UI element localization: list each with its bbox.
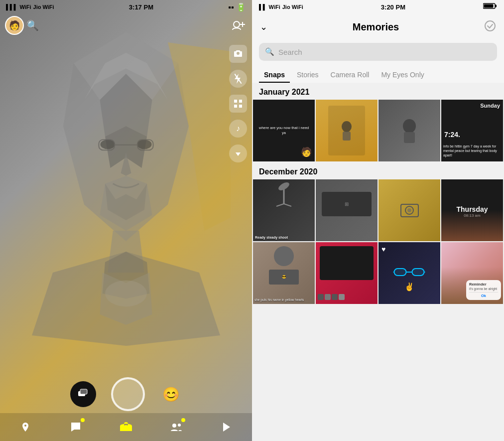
memories-content: January 2021 where are you now that i ne… <box>252 83 504 441</box>
friends-nav-button[interactable] <box>165 416 187 438</box>
battery-area-left: ▪▪ 🔋 <box>228 2 246 12</box>
camera-right-controls: ♪ <box>229 45 247 162</box>
search-bar[interactable]: 🔍 Search <box>259 43 497 61</box>
svg-rect-48 <box>394 269 406 276</box>
svg-rect-28 <box>80 389 87 394</box>
battery-icon-left: ▪▪ 🔋 <box>228 2 246 12</box>
friends-badge <box>181 418 185 422</box>
svg-point-30 <box>172 424 176 428</box>
signal-bars-right: ▌▌ <box>259 4 267 10</box>
svg-line-43 <box>284 204 291 206</box>
tab-my-eyes-only[interactable]: My Eyes Only <box>376 68 429 83</box>
svg-rect-40 <box>404 132 415 143</box>
camera-nav-button[interactable] <box>115 416 137 438</box>
reminder-ok-button[interactable]: Ok <box>469 292 498 298</box>
photo-emoji-sticker: 🧑 <box>301 147 312 157</box>
svg-point-39 <box>403 119 416 133</box>
svg-point-37 <box>342 121 352 132</box>
photo-item[interactable] <box>316 242 378 304</box>
memories-tabs: Snaps Stories Camera Roll My Eyes Only <box>252 64 504 83</box>
photo-item[interactable] <box>378 179 440 241</box>
photo-caption: Ready steady shoot <box>255 236 288 239</box>
back-chevron-button[interactable]: ⌄ <box>260 21 267 32</box>
camera-top-controls: 🧑 🔍 <box>5 16 247 35</box>
photo-caption-top: Sunday <box>480 103 500 109</box>
svg-rect-49 <box>412 269 424 276</box>
svg-rect-23 <box>234 100 237 103</box>
reminder-title: Reminder <box>469 282 498 287</box>
memories-title: Memories <box>353 21 399 33</box>
month-section-january-2021: January 2021 where are you now that i ne… <box>252 83 504 161</box>
svg-point-31 <box>178 424 181 427</box>
photo-grid-january: where are you now that i need ya 🧑 <box>252 100 504 161</box>
music-button[interactable]: ♪ <box>229 120 247 138</box>
status-bar-right: ▌▌ WiFi Jio WiFi 3:20 PM <box>252 0 504 14</box>
more-options-button[interactable] <box>229 145 247 162</box>
grid-button[interactable] <box>229 95 247 113</box>
photo-item[interactable]: ♥ ✌️ <box>378 242 440 304</box>
photo-grid-december: Ready steady shoot Saturday ⊞ <box>252 179 504 304</box>
photo-item[interactable] <box>378 100 440 161</box>
tab-camera-roll[interactable]: Camera Roll <box>326 68 375 83</box>
right-panel: ▌▌ WiFi Jio WiFi 3:20 PM ⌄ Memories 🔍 Se… <box>252 0 504 441</box>
chat-nav-button[interactable] <box>65 416 87 438</box>
reminder-bubble: Reminder it's gonna be alright Ok <box>466 280 501 300</box>
photo-item[interactable] <box>316 100 378 161</box>
status-bar-left: ▌▌▌ WiFi Jio WiFi 3:17 PM ▪▪ 🔋 <box>0 0 252 14</box>
photo-item[interactable]: where are you now that i need ya 🧑 <box>253 100 315 161</box>
svg-rect-25 <box>234 105 237 108</box>
svg-line-42 <box>276 204 284 206</box>
svg-rect-24 <box>239 100 242 103</box>
svg-point-36 <box>485 21 495 31</box>
reminder-text: it's gonna be alright <box>469 287 498 291</box>
select-button[interactable] <box>484 20 496 34</box>
search-icon-right: 🔍 <box>265 47 274 56</box>
photo-item[interactable]: Sunday info be hittin gym 7 day a week f… <box>441 100 503 161</box>
photo-caption: she puts his name in yellow hearts <box>254 298 313 302</box>
chat-badge <box>81 418 85 422</box>
emoji-button[interactable]: 😊 <box>160 383 182 405</box>
svg-point-19 <box>234 21 240 27</box>
photo-item[interactable]: Saturday ⊞ <box>316 179 378 241</box>
svg-rect-26 <box>239 105 242 108</box>
month-label-december: December 2020 <box>252 162 504 179</box>
music-icon: ♪ <box>236 124 240 133</box>
bottom-nav-left <box>0 413 252 441</box>
heart-icon: ♥ <box>381 245 385 253</box>
wifi-icon-left: WiFi <box>19 4 31 10</box>
svg-point-47 <box>407 208 411 212</box>
signal-bars-left: ▌▌▌ <box>6 4 17 10</box>
time-left: 3:17 PM <box>54 3 229 11</box>
photo-item[interactable]: Reminder it's gonna be alright Ok <box>441 242 503 304</box>
stories-nav-button[interactable] <box>216 416 238 438</box>
photo-caption: where are you now that i need ya <box>257 126 311 136</box>
svg-point-29 <box>124 425 128 429</box>
photo-item[interactable]: Thursday 08:13 am <box>441 179 503 241</box>
carrier-name-left: Jio WiFi <box>33 4 54 10</box>
ar-filter-face <box>21 20 231 379</box>
photo-caption-bottom: info be hittin gym 7 day a week for ment… <box>443 144 501 157</box>
tab-snaps[interactable]: Snaps <box>259 68 290 83</box>
carrier-signal-left: ▌▌▌ WiFi Jio WiFi <box>6 4 54 10</box>
svg-point-17 <box>105 281 147 307</box>
cards-button[interactable] <box>70 381 96 407</box>
avatar-button[interactable]: 🧑 <box>5 16 24 35</box>
flash-button[interactable] <box>229 70 247 88</box>
carrier-signal-right: ▌▌ WiFi Jio WiFi <box>259 4 303 10</box>
svg-rect-35 <box>495 5 497 7</box>
tab-stories[interactable]: Stories <box>292 68 324 83</box>
flip-camera-button[interactable] <box>229 45 247 63</box>
add-friend-button[interactable] <box>230 17 247 34</box>
svg-rect-38 <box>343 132 351 141</box>
time-right: 3:20 PM <box>303 3 483 11</box>
map-nav-button[interactable] <box>14 416 36 438</box>
search-button-left[interactable]: 🔍 <box>24 17 41 34</box>
svg-marker-32 <box>223 423 230 432</box>
battery-area-right <box>483 2 497 11</box>
month-label-january: January 2021 <box>252 83 504 100</box>
shutter-button[interactable] <box>111 377 145 411</box>
photo-item[interactable]: Ready steady shoot <box>253 179 315 241</box>
photo-time: 7:24. <box>444 131 460 139</box>
photo-item[interactable]: she puts his name in yellow hearts 😎 <box>253 242 315 304</box>
camera-bottom-controls: 😊 <box>0 377 252 411</box>
